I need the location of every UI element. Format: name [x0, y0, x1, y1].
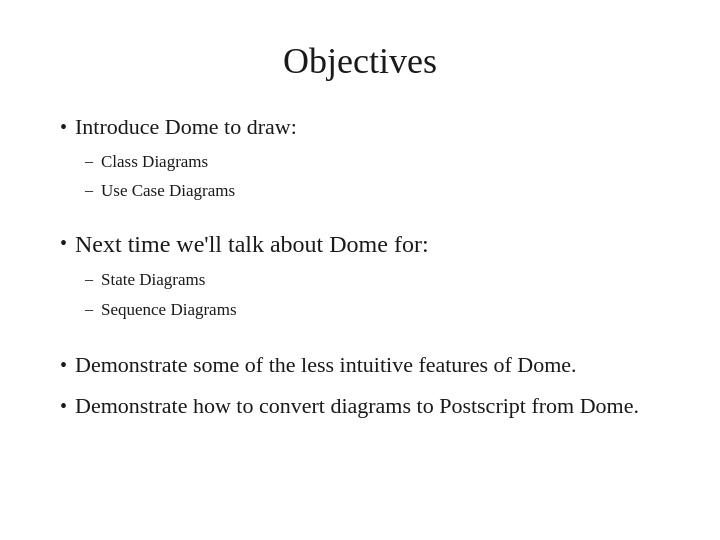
sub-item-1-2: – Use Case Diagrams — [85, 178, 297, 204]
sub-dash-2-1: – — [85, 267, 93, 291]
sub-text-1-2: Use Case Diagrams — [101, 178, 235, 204]
sub-text-1-1: Class Diagrams — [101, 149, 208, 175]
bullet-dot-2: • — [60, 229, 67, 257]
section-1-subitems: – Class Diagrams – Use Case Diagrams — [85, 149, 297, 204]
bottom-bullet-text-2: Demonstrate how to convert diagrams to P… — [75, 391, 639, 422]
bottom-bullet-text-1: Demonstrate some of the less intuitive f… — [75, 350, 577, 381]
sub-text-2-2: Sequence Diagrams — [101, 297, 236, 323]
sub-dash-2-2: – — [85, 297, 93, 321]
bottom-bullet-dot-1: • — [60, 351, 67, 379]
bottom-bullet-dot-2: • — [60, 392, 67, 420]
sub-text-2-1: State Diagrams — [101, 267, 205, 293]
section-1: • Introduce Dome to draw: – Class Diagra… — [60, 112, 660, 204]
section-2-subitems: – State Diagrams – Sequence Diagrams — [85, 267, 429, 322]
bullet-item-2: • Next time we'll talk about Dome for: –… — [60, 228, 660, 323]
section-2-content: Next time we'll talk about Dome for: – S… — [75, 228, 429, 323]
section-1-content: Introduce Dome to draw: – Class Diagrams… — [75, 112, 297, 204]
section-1-text: Introduce Dome to draw: — [75, 114, 297, 139]
sub-item-2-1: – State Diagrams — [85, 267, 429, 293]
sub-item-2-2: – Sequence Diagrams — [85, 297, 429, 323]
bottom-bullet-2: • Demonstrate how to convert diagrams to… — [60, 391, 660, 422]
section-2-text: Next time we'll talk about Dome for: — [75, 231, 429, 257]
section-2: • Next time we'll talk about Dome for: –… — [60, 228, 660, 323]
sub-item-1-1: – Class Diagrams — [85, 149, 297, 175]
slide-title: Objectives — [60, 40, 660, 82]
bottom-bullet-1: • Demonstrate some of the less intuitive… — [60, 350, 660, 381]
sub-dash-1-2: – — [85, 178, 93, 202]
bullet-item-1: • Introduce Dome to draw: – Class Diagra… — [60, 112, 660, 204]
sub-dash-1-1: – — [85, 149, 93, 173]
slide: Objectives • Introduce Dome to draw: – C… — [0, 0, 720, 540]
bullet-dot-1: • — [60, 113, 67, 141]
bottom-bullets: • Demonstrate some of the less intuitive… — [60, 350, 660, 422]
slide-content: • Introduce Dome to draw: – Class Diagra… — [60, 112, 660, 422]
